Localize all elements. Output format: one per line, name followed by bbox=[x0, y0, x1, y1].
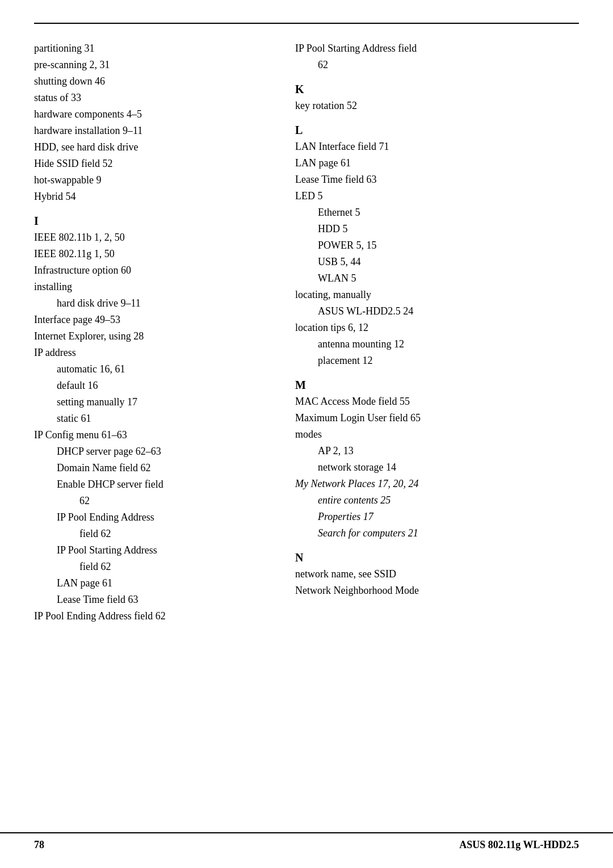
list-item: placement 12 bbox=[295, 353, 579, 368]
list-item: default 16 bbox=[34, 378, 272, 393]
list-item: hard disk drive 9–11 bbox=[34, 296, 272, 311]
section-l-label: L bbox=[295, 124, 579, 137]
list-item: field 62 bbox=[34, 559, 272, 575]
list-item: Hide SSID field 52 bbox=[34, 156, 272, 171]
my-network-places: My Network Places 17, 20, 24 bbox=[295, 476, 579, 492]
list-item: shutting down 46 bbox=[34, 74, 272, 89]
list-item: HDD 5 bbox=[295, 221, 579, 237]
list-item: field 62 bbox=[34, 526, 272, 542]
section-i-label: I bbox=[34, 215, 272, 228]
list-item: Enable DHCP server field bbox=[34, 477, 272, 492]
list-item: 62 bbox=[34, 493, 272, 509]
list-item: Ethernet 5 bbox=[295, 205, 579, 220]
list-item: key rotation 52 bbox=[295, 98, 579, 114]
list-item: Interface page 49–53 bbox=[34, 312, 272, 328]
list-item: installing bbox=[34, 279, 272, 295]
domain-name-field: Domain Name field 62 bbox=[34, 460, 272, 476]
list-item: hardware installation 9–11 bbox=[34, 123, 272, 139]
list-item: HDD, see hard disk drive bbox=[34, 140, 272, 155]
list-item: ASUS WL-HDD2.5 24 bbox=[295, 304, 579, 319]
ip-pool-starting-address-field: IP Pool Starting Address bbox=[34, 543, 272, 558]
list-item: status of 33 bbox=[34, 90, 272, 106]
book-title: ASUS 802.11g WL-HDD2.5 bbox=[459, 839, 579, 851]
page-footer: 78 ASUS 802.11g WL-HDD2.5 bbox=[0, 832, 613, 851]
list-item: Internet Explorer, using 28 bbox=[34, 329, 272, 344]
ip-pool-starting-address-right: IP Pool Starting Address field bbox=[295, 41, 579, 56]
list-item: IP address bbox=[34, 345, 272, 360]
list-item: location tips 6, 12 bbox=[295, 320, 579, 336]
lease-time-field-right: Lease Time field 63 bbox=[295, 172, 579, 187]
list-item: setting manually 17 bbox=[34, 395, 272, 410]
lease-time-field-left: Lease Time field 63 bbox=[34, 592, 272, 607]
list-item: DHCP server page 62–63 bbox=[34, 444, 272, 459]
lan-interface-field: LAN Interface field 71 bbox=[295, 139, 579, 154]
list-item: hardware components 4–5 bbox=[34, 107, 272, 122]
list-item: Maximum Login User field 65 bbox=[295, 410, 579, 426]
list-item: hot-swappable 9 bbox=[34, 173, 272, 188]
list-item: 62 bbox=[295, 57, 579, 73]
list-item: partitioning 31 bbox=[34, 41, 272, 56]
properties-item: Properties 17 bbox=[295, 509, 579, 525]
content-columns: partitioning 31 pre-scanning 2, 31 shutt… bbox=[34, 41, 579, 625]
section-m-label: M bbox=[295, 379, 579, 392]
page-number: 78 bbox=[34, 839, 44, 851]
list-item: AP 2, 13 bbox=[295, 443, 579, 459]
list-item: entire contents 25 bbox=[295, 493, 579, 508]
list-item: static 61 bbox=[34, 411, 272, 426]
top-rule bbox=[34, 23, 579, 24]
list-item: IEEE 802.11b 1, 2, 50 bbox=[34, 230, 272, 245]
list-item: IP Config menu 61–63 bbox=[34, 427, 272, 443]
list-item: LAN page 61 bbox=[295, 156, 579, 171]
list-item: Network Neighborhood Mode bbox=[295, 583, 579, 598]
list-item: locating, manually bbox=[295, 287, 579, 303]
list-item: LAN page 61 bbox=[34, 576, 272, 591]
list-item: network storage 14 bbox=[295, 460, 579, 475]
list-item: MAC Access Mode field 55 bbox=[295, 394, 579, 409]
list-item: IEEE 802.11g 1, 50 bbox=[34, 246, 272, 262]
antenna-mounting: antenna mounting 12 bbox=[295, 337, 579, 352]
right-column: IP Pool Starting Address field 62 K key … bbox=[295, 41, 579, 599]
list-item: pre-scanning 2, 31 bbox=[34, 57, 272, 73]
list-item: IP Pool Ending Address bbox=[34, 510, 272, 525]
list-item: IP Pool Ending Address field 62 bbox=[34, 609, 272, 624]
section-k-label: K bbox=[295, 83, 579, 96]
list-item: LED 5 bbox=[295, 188, 579, 204]
section-n-label: N bbox=[295, 551, 579, 564]
list-item: POWER 5, 15 bbox=[295, 238, 579, 253]
list-item: network name, see SSID bbox=[295, 567, 579, 582]
list-item: modes bbox=[295, 427, 579, 442]
list-item: Hybrid 54 bbox=[34, 189, 272, 204]
list-item: Search for computers 21 bbox=[295, 526, 579, 541]
list-item: automatic 16, 61 bbox=[34, 362, 272, 377]
list-item: USB 5, 44 bbox=[295, 254, 579, 270]
left-column: partitioning 31 pre-scanning 2, 31 shutt… bbox=[34, 41, 272, 625]
list-item: Infrastructure option 60 bbox=[34, 263, 272, 278]
list-item: WLAN 5 bbox=[295, 271, 579, 286]
page: partitioning 31 pre-scanning 2, 31 shutt… bbox=[0, 0, 613, 868]
